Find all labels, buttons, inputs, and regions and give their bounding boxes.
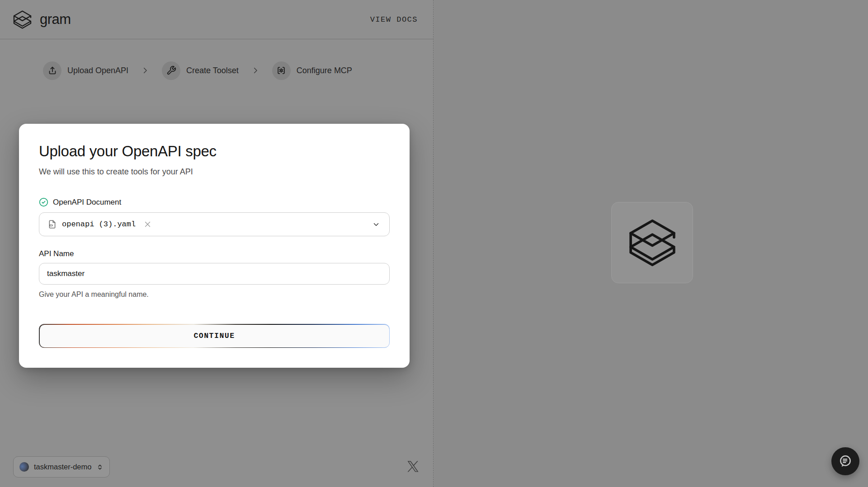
preview-logo-tile xyxy=(611,202,693,283)
step-label: Create Toolset xyxy=(186,66,239,75)
step-label: Upload OpenAPI xyxy=(67,66,128,75)
remove-file-icon[interactable] xyxy=(144,220,151,228)
header: gram VIEW DOCS xyxy=(0,0,433,39)
step-upload-openapi[interactable]: Upload OpenAPI xyxy=(43,61,128,80)
check-circle-icon xyxy=(39,197,48,207)
dialog-title: Upload your OpenAPI spec xyxy=(39,143,390,160)
mcp-settings-icon xyxy=(272,61,291,80)
api-name-input[interactable] xyxy=(39,263,390,285)
project-selector[interactable]: taskmaster-demo xyxy=(13,456,110,478)
openapi-document-label-row: OpenAPI Document xyxy=(39,197,390,207)
openapi-document-label: OpenAPI Document xyxy=(53,198,121,207)
continue-button-gradient-border: CONTINUE xyxy=(39,324,390,348)
continue-button[interactable]: CONTINUE xyxy=(40,325,389,347)
project-avatar xyxy=(19,462,29,472)
brand[interactable]: gram xyxy=(13,10,71,29)
upload-spec-dialog: Upload your OpenAPI spec We will use thi… xyxy=(19,124,410,368)
api-name-helper: Give your API a meaningful name. xyxy=(39,290,390,299)
chevron-down-icon xyxy=(372,220,380,229)
project-name: taskmaster-demo xyxy=(34,463,91,471)
chevron-right-icon xyxy=(251,66,259,75)
step-label: Configure MCP xyxy=(297,66,352,75)
chat-button[interactable] xyxy=(831,447,859,475)
gram-logo-icon xyxy=(628,218,676,267)
openapi-file-select[interactable]: openapi (3).yaml xyxy=(39,212,390,236)
view-docs-link[interactable]: VIEW DOCS xyxy=(370,15,418,24)
chevrons-up-down-icon xyxy=(96,464,104,471)
chat-bubble-icon xyxy=(838,454,853,469)
brand-name: gram xyxy=(40,11,71,28)
step-configure-mcp[interactable]: Configure MCP xyxy=(272,61,352,80)
api-name-label: API Name xyxy=(39,249,390,258)
x-logo-icon[interactable] xyxy=(406,460,420,473)
wrench-icon xyxy=(162,61,180,80)
app-root: gram VIEW DOCS Upload OpenAPI xyxy=(0,0,868,487)
dialog-subtitle: We will use this to create tools for you… xyxy=(39,167,390,177)
file-code-icon xyxy=(47,220,57,229)
preview-panel xyxy=(434,0,868,487)
selected-file-name: openapi (3).yaml xyxy=(62,220,136,229)
step-create-toolset[interactable]: Create Toolset xyxy=(162,61,239,80)
upload-icon xyxy=(43,61,61,80)
stepper: Upload OpenAPI Create Toolset xyxy=(43,60,352,81)
main-panel: gram VIEW DOCS Upload OpenAPI xyxy=(0,0,434,487)
gram-logo-icon xyxy=(13,10,32,29)
chevron-right-icon xyxy=(141,66,149,75)
